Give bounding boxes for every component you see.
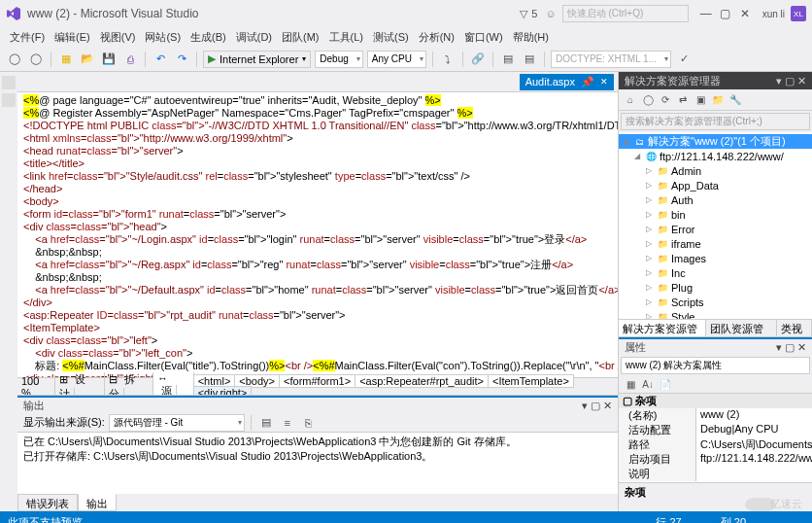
undo-icon[interactable]: ↶ <box>152 51 169 68</box>
solution-tree[interactable]: ◢🗂解决方案"www (2)"(1 个项目)◢🌐ftp://121.14.148… <box>619 132 812 319</box>
refresh-icon[interactable]: ⟳ <box>658 92 673 108</box>
menu-team[interactable]: 团队(M) <box>278 28 323 47</box>
output-source-combo[interactable]: 源代码管理 - Git <box>109 414 245 432</box>
menu-view[interactable]: 视图(V) <box>96 28 140 47</box>
properties-object-combo[interactable]: www (2) 解决方案属性 <box>621 357 810 374</box>
tab-output[interactable]: 输出 <box>78 494 117 511</box>
comment-icon[interactable]: ▤ <box>521 51 538 68</box>
tree-node[interactable]: ◢🗂解决方案"www (2)"(1 个项目) <box>619 134 812 149</box>
validate-icon[interactable]: ✓ <box>675 51 693 68</box>
config-combo[interactable]: Debug <box>315 51 362 68</box>
output-clear-icon[interactable]: ▤ <box>257 414 275 432</box>
server-explorer-icon[interactable] <box>2 93 16 107</box>
user-name[interactable]: xun li <box>762 9 785 19</box>
step-icon[interactable]: ⤵ <box>439 51 457 68</box>
alpha-icon[interactable]: A↓ <box>640 377 656 393</box>
sync-icon[interactable]: ⇄ <box>675 92 691 108</box>
save-icon[interactable]: 💾 <box>100 51 118 68</box>
pin-icon[interactable]: 📌 <box>581 76 594 88</box>
categorize-icon[interactable]: ▦ <box>623 377 638 393</box>
menu-window[interactable]: 窗口(W) <box>460 28 507 47</box>
tab-team-explorer[interactable]: 团队资源管理器 <box>706 320 776 336</box>
run-button[interactable]: ▶Internet Explorer▾ <box>203 51 311 68</box>
solution-search-input[interactable]: 搜索解决方案资源管理器(Ctrl+;) <box>621 113 810 130</box>
tab-class-view[interactable]: 类视图 <box>777 320 812 336</box>
feedback-icon[interactable]: ☺ <box>545 8 556 19</box>
tree-node[interactable]: ▷📁Auth <box>619 192 812 207</box>
solution-explorer-header: 解决方案资源管理器 ▾ ▢ ✕ <box>619 72 812 89</box>
showall-icon[interactable]: 📁 <box>710 92 726 108</box>
notifications[interactable]: ▽ 5 <box>520 8 537 20</box>
collapse-icon[interactable]: ▣ <box>693 92 708 108</box>
breadcrumb-item[interactable]: <form#form1> <box>279 374 355 388</box>
nav-back-icon[interactable]: ◯ <box>6 51 23 68</box>
doctype-combo[interactable]: DOCTYPE: XHTML 1... <box>551 51 671 68</box>
tab-errorlist[interactable]: 错误列表 <box>17 494 78 511</box>
close-button[interactable]: ✕ <box>735 7 755 20</box>
output-goto-icon[interactable]: ⎘ <box>300 414 318 432</box>
quick-launch-input[interactable]: 快速启动 (Ctrl+Q) <box>562 5 689 22</box>
platform-combo[interactable]: Any CPU <box>367 51 426 68</box>
tree-node[interactable]: ▷📁Error <box>619 222 812 236</box>
title-bar: www (2) - Microsoft Visual Studio ▽ 5 ☺ … <box>0 0 812 27</box>
property-row[interactable]: 启动项目ftp://121.14.148.222/www/ <box>619 452 812 467</box>
new-project-icon[interactable]: ▦ <box>57 51 75 68</box>
solution-toolbar: ⌂ ◯ ⟳ ⇄ ▣ 📁 🔧 <box>619 89 812 111</box>
editor-tab-audit[interactable]: Audit.aspx 📌 ✕ <box>520 74 614 90</box>
panel-buttons[interactable]: ▾ ▢ ✕ <box>776 75 806 87</box>
save-all-icon[interactable]: ⎙ <box>121 51 139 68</box>
property-row[interactable]: (名称)www (2) <box>619 408 812 423</box>
tree-node[interactable]: ▷📁Admin <box>619 163 812 178</box>
tree-node[interactable]: ◢🌐ftp://121.14.148.222/www/ <box>619 149 812 163</box>
status-line: 行 27 <box>656 515 681 524</box>
menu-website[interactable]: 网站(S) <box>141 28 185 47</box>
properties-icon[interactable]: 🔧 <box>727 92 743 108</box>
tree-node[interactable]: ▷📁App_Data <box>619 178 812 192</box>
open-file-icon[interactable]: 📂 <box>79 51 96 68</box>
watermark: 亿速云 <box>745 497 802 511</box>
tree-node[interactable]: ▷📁Scripts <box>619 295 812 309</box>
property-row[interactable]: 路径C:\Users\周\Documents\Visua <box>619 437 812 452</box>
maximize-button[interactable]: ▢ <box>716 7 735 20</box>
browser-link-icon[interactable]: 🔗 <box>469 51 487 68</box>
minimize-button[interactable]: — <box>696 7 716 20</box>
user-badge[interactable]: XL <box>791 6 806 21</box>
home-icon[interactable]: ⌂ <box>623 92 638 108</box>
output-source-label: 显示输出来源(S): <box>23 415 105 430</box>
nav-fwd-icon[interactable]: ◯ <box>27 51 45 68</box>
left-toolbox[interactable] <box>0 72 17 511</box>
prop-pages-icon[interactable]: 📄 <box>658 377 673 393</box>
output-pin-icon[interactable]: ▾ ▢ ✕ <box>582 400 612 411</box>
output-wrap-icon[interactable]: ≡ <box>279 414 296 432</box>
tree-node[interactable]: ▷📁Style <box>619 309 812 319</box>
breadcrumb-item[interactable]: <ItemTemplate> <box>488 374 574 388</box>
menu-build[interactable]: 生成(B) <box>186 28 230 47</box>
property-row[interactable]: 活动配置Debug|Any CPU <box>619 423 812 437</box>
menu-test[interactable]: 测试(S) <box>369 28 413 47</box>
new-item-icon[interactable]: ▤ <box>499 51 517 68</box>
menu-analyze[interactable]: 分析(N) <box>415 28 458 47</box>
code-editor[interactable]: <%@ page language="C#" autoeventwireup="… <box>17 91 618 377</box>
menu-tools[interactable]: 工具(L) <box>325 28 367 47</box>
window-title: www (2) - Microsoft Visual Studio <box>27 7 199 20</box>
tree-node[interactable]: ▷📁Plug <box>619 280 812 295</box>
menu-edit[interactable]: 编辑(E) <box>51 28 94 47</box>
toolbox-icon[interactable] <box>2 76 16 89</box>
redo-icon[interactable]: ↷ <box>173 51 190 68</box>
output-body[interactable]: 已在 C:\Users\周\Documents\Visual Studio 20… <box>17 433 618 494</box>
tree-node[interactable]: ▷📁bin <box>619 207 812 222</box>
tree-node[interactable]: ▷📁iframe <box>619 236 812 251</box>
menu-file[interactable]: 文件(F) <box>6 28 49 47</box>
menu-help[interactable]: 帮助(H) <box>509 28 553 47</box>
properties-header: 属性 ▾ ▢ ✕ <box>619 337 812 355</box>
tab-solution-explorer[interactable]: 解决方案资源管理器 <box>619 320 706 336</box>
breadcrumb-item[interactable]: <asp:Repeater#rpt_audit> <box>355 374 489 388</box>
back-icon[interactable]: ◯ <box>640 92 656 108</box>
menu-debug[interactable]: 调试(D) <box>232 28 276 47</box>
close-tab-icon[interactable]: ✕ <box>600 77 608 87</box>
property-row[interactable]: 说明 <box>619 467 812 481</box>
tree-node[interactable]: ▷📁Inc <box>619 265 812 280</box>
tree-node[interactable]: ▷📁Images <box>619 251 812 265</box>
panel-buttons[interactable]: ▾ ▢ ✕ <box>776 341 806 354</box>
status-message: 此项不支持预览 <box>8 515 83 524</box>
